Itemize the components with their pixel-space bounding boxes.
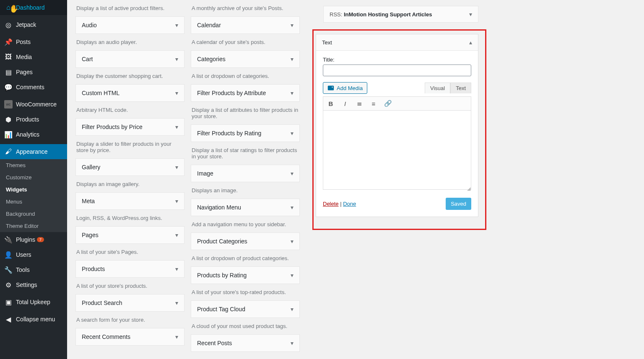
widget-desc: A list of your site's Pages. bbox=[75, 244, 184, 260]
widget-cart[interactable]: Cart▾ bbox=[75, 50, 184, 68]
submenu-menus[interactable]: Menus bbox=[0, 196, 67, 208]
chevron-down-icon: ▾ bbox=[291, 204, 293, 211]
widget-product-tag-cloud[interactable]: Product Tag Cloud▾ bbox=[191, 300, 300, 318]
chevron-down-icon: ▾ bbox=[175, 164, 178, 170]
widget-product-categories[interactable]: Product Categories▾ bbox=[191, 232, 300, 250]
widget-desc: Displays an audio player. bbox=[75, 34, 184, 50]
menu-jetpack[interactable]: ◎Jetpack bbox=[0, 17, 67, 32]
chevron-down-icon: ▾ bbox=[175, 90, 178, 96]
submenu-widgets[interactable]: Widgets bbox=[0, 183, 67, 196]
highlight-annotation: Text ▴ Title: Add Media bbox=[312, 29, 486, 230]
widget-filter-price[interactable]: Filter Products by Price▾ bbox=[75, 118, 184, 136]
widget-audio[interactable]: Audio▾ bbox=[75, 16, 184, 34]
submenu-background[interactable]: Background bbox=[0, 208, 67, 220]
resize-handle-icon[interactable]: ◢ bbox=[467, 186, 470, 191]
menu-total-upkeep[interactable]: ▣Total Upkeep bbox=[0, 294, 67, 310]
title-input[interactable] bbox=[323, 65, 471, 76]
chevron-down-icon: ▾ bbox=[175, 232, 178, 238]
widget-desc: Login, RSS, & WordPress.org links. bbox=[75, 210, 184, 226]
collapse-icon: ◀ bbox=[4, 315, 13, 323]
widget-product-search[interactable]: Product Search▾ bbox=[75, 294, 184, 312]
menu-pages[interactable]: ▤Pages bbox=[0, 65, 67, 80]
available-widgets-right: A monthly archive of your site's Posts. … bbox=[191, 0, 300, 351]
chevron-down-icon: ▾ bbox=[291, 306, 293, 313]
widget-calendar[interactable]: Calendar▾ bbox=[191, 16, 300, 34]
chevron-down-icon: ▾ bbox=[175, 266, 178, 272]
menu-media[interactable]: 🖾Media bbox=[0, 49, 67, 65]
separator: | bbox=[339, 201, 343, 207]
chevron-down-icon: ▾ bbox=[175, 124, 178, 130]
submenu-customize[interactable]: Customize bbox=[0, 171, 67, 183]
chevron-down-icon: ▾ bbox=[175, 300, 178, 306]
submenu-themes[interactable]: Themes bbox=[0, 159, 67, 171]
menu-collapse[interactable]: ◀Collapse menu bbox=[0, 312, 67, 327]
plugins-badge: 7 bbox=[37, 237, 44, 242]
widget-desc: Arbitrary HTML code. bbox=[75, 102, 184, 118]
widget-products-by-rating[interactable]: Products by Rating▾ bbox=[191, 266, 300, 284]
widget-desc: Display a list of star ratings to filter… bbox=[191, 142, 300, 165]
saved-button[interactable]: Saved bbox=[446, 198, 471, 210]
menu-tools[interactable]: 🔧Tools bbox=[0, 262, 67, 277]
menu-comments[interactable]: 💬Comments bbox=[0, 80, 67, 95]
widget-gallery[interactable]: Gallery▾ bbox=[75, 158, 184, 176]
content-editor[interactable] bbox=[323, 110, 471, 190]
woocommerce-icon: wc bbox=[4, 100, 13, 108]
brush-icon: 🖌 bbox=[4, 147, 13, 156]
pin-icon: 📌 bbox=[4, 38, 13, 46]
bullet-list-icon[interactable]: ≣ bbox=[355, 99, 364, 108]
comments-icon: 💬 bbox=[4, 83, 13, 91]
widget-filter-attribute[interactable]: Filter Products by Attribute▾ bbox=[191, 84, 300, 102]
widget-desc: Add a navigation menu to your sidebar. bbox=[191, 216, 300, 232]
submenu-theme-editor[interactable]: Theme Editor bbox=[0, 220, 67, 232]
menu-dashboard[interactable]: ⌂ Dashboard bbox=[0, 0, 67, 15]
bold-icon[interactable]: B bbox=[327, 99, 335, 108]
widget-products[interactable]: Products▾ bbox=[75, 260, 184, 278]
numbered-list-icon[interactable]: ≡ bbox=[369, 99, 378, 108]
menu-plugins[interactable]: 🔌Plugins7 bbox=[0, 232, 67, 247]
chevron-down-icon: ▾ bbox=[291, 90, 293, 96]
chevron-down-icon: ▾ bbox=[175, 198, 178, 204]
text-widget-header[interactable]: Text ▴ bbox=[316, 34, 478, 51]
media-icon bbox=[327, 85, 334, 91]
pages-icon: ▤ bbox=[4, 68, 13, 76]
admin-sidebar: ⌂ Dashboard ✋ ◎Jetpack 📌Posts 🖾Media ▤Pa… bbox=[0, 0, 67, 359]
widget-pages[interactable]: Pages▾ bbox=[75, 226, 184, 244]
widget-categories[interactable]: Categories▾ bbox=[191, 50, 300, 68]
widget-custom-html[interactable]: Custom HTML▾ bbox=[75, 84, 184, 102]
menu-posts[interactable]: 📌Posts bbox=[0, 34, 67, 49]
menu-users[interactable]: 👤Users bbox=[0, 247, 67, 262]
menu-products[interactable]: ⬢Products bbox=[0, 112, 67, 127]
widget-recent-comments[interactable]: Recent Comments▾ bbox=[75, 328, 184, 346]
widget-meta[interactable]: Meta▾ bbox=[75, 192, 184, 210]
done-link[interactable]: Done bbox=[343, 201, 356, 207]
italic-icon[interactable]: I bbox=[341, 99, 349, 108]
widget-desc: Display a list of attributes to filter p… bbox=[191, 102, 300, 124]
settings-icon: ⚙ bbox=[4, 281, 13, 289]
menu-appearance[interactable]: 🖌Appearance bbox=[0, 144, 67, 159]
rss-prefix: RSS: bbox=[330, 11, 344, 18]
chevron-down-icon: ▾ bbox=[291, 238, 293, 245]
add-media-button[interactable]: Add Media bbox=[323, 82, 367, 94]
widget-desc: Displays an image. bbox=[191, 182, 300, 199]
chevron-up-icon: ▴ bbox=[469, 39, 472, 46]
link-icon[interactable]: 🔗 bbox=[384, 99, 392, 108]
chevron-down-icon: ▾ bbox=[291, 272, 293, 279]
appearance-submenu: Themes Customize Widgets Menus Backgroun… bbox=[0, 159, 67, 232]
delete-link[interactable]: Delete bbox=[323, 201, 339, 207]
users-icon: 👤 bbox=[4, 251, 13, 259]
widget-recent-posts[interactable]: Recent Posts▾ bbox=[191, 334, 300, 352]
text-widget-panel: Text ▴ Title: Add Media bbox=[316, 34, 478, 217]
chevron-down-icon: ▾ bbox=[291, 170, 293, 177]
widget-filter-rating[interactable]: Filter Products by Rating▾ bbox=[191, 124, 300, 142]
widget-navigation-menu[interactable]: Navigation Menu▾ bbox=[191, 199, 300, 216]
widget-rss[interactable]: RSS: InMotion Hosting Support Articles ▾ bbox=[323, 6, 478, 23]
tab-visual[interactable]: Visual bbox=[425, 83, 450, 93]
menu-analytics[interactable]: 📊Analytics bbox=[0, 127, 67, 142]
sidebar-widget-area: RSS: InMotion Hosting Support Articles ▾… bbox=[312, 0, 486, 351]
chevron-down-icon: ▾ bbox=[291, 340, 293, 346]
editor-tabs: Visual Text bbox=[425, 83, 471, 93]
tab-text[interactable]: Text bbox=[450, 83, 471, 93]
widget-image[interactable]: Image▾ bbox=[191, 165, 300, 182]
menu-woocommerce[interactable]: wcWooCommerce bbox=[0, 97, 67, 112]
menu-settings[interactable]: ⚙Settings bbox=[0, 277, 67, 292]
